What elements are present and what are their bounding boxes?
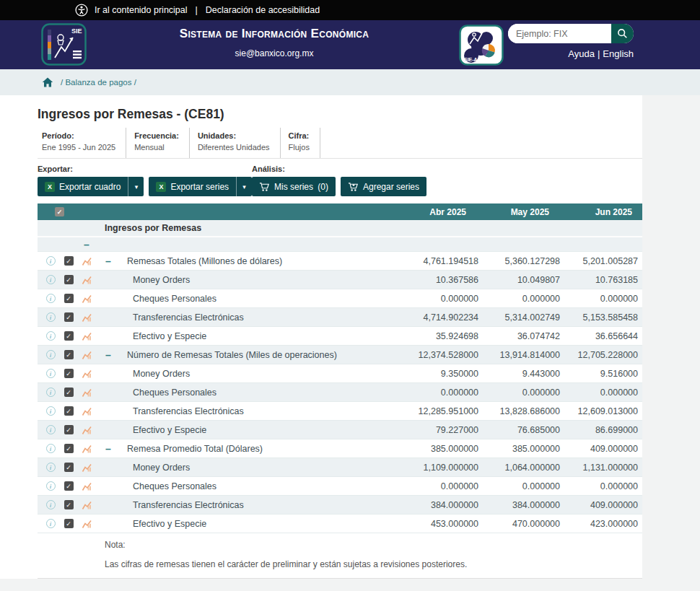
search-input[interactable] bbox=[508, 24, 610, 43]
chart-icon[interactable] bbox=[82, 312, 92, 323]
agregar-series-button[interactable]: Agregar series bbox=[341, 177, 426, 196]
checkbox-cell: ✓ bbox=[64, 369, 74, 378]
export-cuadro-button[interactable]: X Exportar cuadro bbox=[38, 177, 128, 196]
info-icon[interactable]: i bbox=[46, 444, 56, 453]
row-checkbox[interactable]: ✓ bbox=[64, 444, 74, 453]
series-value: 470.000000 bbox=[478, 519, 560, 529]
chart-icon[interactable] bbox=[82, 444, 92, 454]
series-value: 409.000000 bbox=[560, 444, 642, 454]
info-icon[interactable]: i bbox=[46, 331, 56, 341]
collapse-toggle[interactable]: – bbox=[105, 350, 111, 360]
export-series-split: X Exportar series ▾ bbox=[149, 177, 252, 196]
select-all-checkbox[interactable]: ✓ bbox=[55, 207, 64, 216]
row-checkbox[interactable]: ✓ bbox=[64, 406, 74, 416]
row-checkbox[interactable]: ✓ bbox=[64, 369, 74, 378]
accessibility-statement-link[interactable]: Declaración de accesibilidad bbox=[206, 5, 320, 15]
meta-item: Unidades:Diferentes Unidades bbox=[190, 128, 281, 158]
checkbox-cell: ✓ bbox=[64, 312, 74, 322]
chart-icon[interactable] bbox=[82, 256, 92, 266]
breadcrumb-path[interactable]: / Balanza de pagos / bbox=[61, 78, 136, 87]
series-label: Money Orders bbox=[117, 463, 395, 473]
meta-item: Frecuencia:Mensual bbox=[126, 128, 190, 158]
collapse-toggle[interactable]: – bbox=[105, 444, 111, 454]
chart-icon[interactable] bbox=[82, 406, 92, 416]
chart-cell bbox=[82, 519, 92, 529]
series-value: 4,714.902234 bbox=[395, 312, 478, 323]
sie-logo[interactable]: SIE bbox=[41, 23, 87, 66]
search-button[interactable] bbox=[610, 24, 634, 43]
chart-cell bbox=[82, 406, 92, 416]
content-panel: Ingresos por Remesas - (CE81) Período:En… bbox=[0, 95, 642, 579]
chart-cell bbox=[82, 331, 92, 341]
row-checkbox[interactable]: ✓ bbox=[64, 519, 74, 528]
info-icon[interactable]: i bbox=[46, 369, 56, 378]
row-checkbox[interactable]: ✓ bbox=[64, 312, 74, 322]
collapse-toggle[interactable]: – bbox=[105, 256, 111, 266]
series-value: 9.443000 bbox=[478, 369, 560, 379]
series-table-body: i✓–Remesas Totales (Millones de dólares)… bbox=[38, 252, 642, 533]
series-value: 79.227000 bbox=[395, 425, 478, 435]
info-icon[interactable]: i bbox=[46, 406, 56, 416]
info-icon[interactable]: i bbox=[46, 312, 56, 322]
row-checkbox[interactable]: ✓ bbox=[64, 256, 74, 266]
mis-series-button[interactable]: Mis series (0) bbox=[252, 177, 336, 196]
info-icon[interactable]: i bbox=[46, 500, 56, 509]
language-link[interactable]: English bbox=[603, 48, 634, 59]
row-checkbox[interactable]: ✓ bbox=[64, 425, 74, 434]
row-checkbox[interactable]: ✓ bbox=[64, 294, 74, 303]
chart-icon[interactable] bbox=[82, 350, 92, 360]
info-icon[interactable]: i bbox=[46, 519, 56, 528]
info-icon[interactable]: i bbox=[46, 350, 56, 359]
export-series-dropdown[interactable]: ▾ bbox=[236, 177, 252, 196]
group-collapse-toggle[interactable]: – bbox=[84, 240, 89, 250]
chart-icon[interactable] bbox=[82, 331, 92, 341]
mis-series-label: Mis series bbox=[274, 182, 313, 192]
info-icon[interactable]: i bbox=[46, 275, 56, 284]
series-value: 0.000000 bbox=[560, 294, 642, 304]
row-checkbox[interactable]: ✓ bbox=[64, 500, 74, 509]
chart-icon[interactable] bbox=[82, 294, 92, 304]
series-value: 0.000000 bbox=[478, 481, 560, 491]
row-checkbox[interactable]: ✓ bbox=[64, 350, 74, 359]
row-checkbox[interactable]: ✓ bbox=[64, 463, 74, 472]
info-icon[interactable]: i bbox=[46, 294, 56, 303]
chart-icon[interactable] bbox=[82, 275, 92, 285]
row-checkbox[interactable]: ✓ bbox=[64, 331, 74, 341]
series-value: 12,374.528000 bbox=[395, 350, 478, 360]
series-label: Efectivo y Especie bbox=[117, 331, 395, 341]
skip-to-content-link[interactable]: Ir al contenido principal bbox=[95, 5, 188, 15]
row-checkbox[interactable]: ✓ bbox=[64, 275, 74, 284]
series-value: 86.699000 bbox=[560, 425, 642, 435]
series-value: 5,153.585458 bbox=[560, 312, 642, 323]
checkbox-cell: ✓ bbox=[64, 350, 74, 359]
export-cuadro-dropdown[interactable]: ▾ bbox=[128, 177, 144, 196]
chart-icon[interactable] bbox=[82, 500, 92, 510]
row-checkbox[interactable]: ✓ bbox=[64, 481, 74, 491]
chart-icon[interactable] bbox=[82, 388, 92, 398]
info-icon[interactable]: i bbox=[46, 256, 56, 266]
export-series-button[interactable]: X Exportar series bbox=[149, 177, 236, 196]
series-value: 4,761.194518 bbox=[395, 256, 478, 266]
chart-icon[interactable] bbox=[82, 481, 92, 491]
contact-email-link[interactable]: sie@banxico.org.mx bbox=[155, 48, 393, 58]
sie-api-logo[interactable]: SIE-API bbox=[459, 25, 504, 66]
series-value: 385.000000 bbox=[395, 444, 478, 454]
info-icon[interactable]: i bbox=[46, 463, 56, 472]
chart-icon[interactable] bbox=[82, 463, 92, 473]
series-label: Cheques Personales bbox=[117, 481, 395, 491]
chart-icon[interactable] bbox=[82, 425, 92, 435]
info-icon[interactable]: i bbox=[46, 425, 56, 434]
series-value: 0.000000 bbox=[395, 294, 478, 304]
excel-icon: X bbox=[156, 182, 166, 192]
help-link[interactable]: Ayuda bbox=[568, 48, 595, 59]
table-row: i✓–Remesa Promedio Total (Dólares)385.00… bbox=[38, 439, 642, 458]
chart-icon[interactable] bbox=[82, 369, 92, 379]
series-metadata: Período:Ene 1995 - Jun 2025Frecuencia:Me… bbox=[38, 128, 642, 159]
meta-value: Mensual bbox=[134, 143, 179, 152]
info-icon[interactable]: i bbox=[46, 388, 56, 397]
info-icon[interactable]: i bbox=[46, 481, 56, 491]
row-checkbox[interactable]: ✓ bbox=[64, 388, 74, 397]
page-title: Ingresos por Remesas - (CE81) bbox=[38, 95, 642, 122]
home-icon[interactable] bbox=[42, 77, 53, 87]
chart-icon[interactable] bbox=[82, 519, 92, 529]
